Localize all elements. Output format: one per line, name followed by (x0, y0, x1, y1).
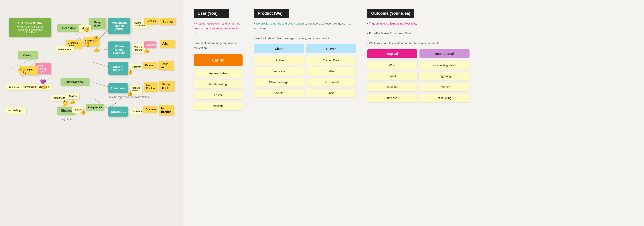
outcome-sub-row-1: Wow Connecting ideas (367, 61, 470, 72)
card-lucid: Lucid (306, 89, 356, 97)
product-header: Product (We) (254, 9, 289, 18)
emoji-thumbs-5: 👍 (41, 84, 47, 89)
card-magical: Magical (367, 49, 417, 58)
svg-line-2 (94, 62, 109, 67)
outcome-sub-row-2: Smart Triggering (367, 72, 470, 83)
card-foster: Foster (194, 91, 242, 99)
node-better-you: BetterYou (158, 61, 174, 70)
card-caring: Caring (194, 54, 242, 66)
card-stimulating: stimulating (420, 94, 470, 102)
outcome-sub-row-3: actualize Enhance (367, 83, 470, 94)
emoji-thumbs-6: 👍 (70, 99, 76, 104)
product-main-cards: Clear Clever (254, 44, 356, 56)
node-oneness: Oneness (143, 106, 157, 113)
node-incubating: incubating (6, 107, 26, 114)
node-where-magic: Where MagicHappens (108, 42, 130, 58)
outcome-main-cards: Magical Inspirational (367, 49, 470, 61)
left-panel: The ProtoPie Way What would be the best … (0, 0, 182, 226)
card-approachable: Approachable (194, 69, 242, 78)
node-reveal: Reveal (143, 62, 157, 69)
card-actualize: actualize (367, 83, 417, 91)
node-borderless: Borderless (51, 95, 68, 101)
product-sub-row-4: smooth Lucid (254, 89, 356, 100)
card-clever: Clever (306, 44, 356, 53)
card-smart: Smart (367, 72, 417, 80)
subtitle-text: What would be the best keywords that des… (13, 26, 47, 34)
node-smart-clever: Smart?Clever? (108, 62, 128, 75)
emoji-thumbs-4: 👍 (17, 66, 23, 72)
emoji-thumbs-2: 👍 (84, 41, 90, 47)
node-make-it-happen: Make itHappen (132, 44, 145, 53)
node-enlightened: Enlightened (86, 104, 104, 111)
node-inspirational: Inspirational (60, 78, 90, 86)
user-header: User (You) (194, 9, 229, 18)
card-friction-free: Friction Free (306, 56, 356, 65)
node-magical: magical (144, 42, 156, 48)
product-sub-row-1: Intuitive Friction Free (254, 56, 356, 67)
svg-line-3 (94, 82, 109, 87)
node-caring: Caring (18, 51, 38, 59)
card-connecting-ideas: Connecting ideas (420, 61, 470, 70)
emoji-thumbs-7: 👍 (80, 109, 86, 115)
title-box: The ProtoPie Way What would be the best … (9, 18, 51, 37)
node-coherent: Coherent (130, 108, 142, 115)
outcome-bullets: • Triggering idea, Expanding Possibility… (367, 21, 470, 46)
outcome-sub-row-4: unleash stimulating (367, 94, 470, 105)
card-reflect: Reflect (306, 67, 356, 76)
node-adventurous: adventurous (56, 46, 74, 53)
node-zero-friction: ZeroFriction (144, 82, 158, 92)
right-panel: User (You) • what our users want and wha… (182, 0, 644, 226)
card-clear-message: Clear message (254, 78, 304, 87)
card-clear: Clear (254, 44, 304, 53)
card-smooth: smooth (254, 89, 304, 97)
product-sub-row-3: Clear message Transparent (254, 78, 356, 89)
node-deep-dive: Deep dive (58, 24, 81, 32)
emoji-thumbs-1: 👍 (84, 26, 90, 32)
outcome-column: Outcome (Your idea) • Triggering idea, E… (367, 9, 470, 113)
node-seamless: Seamless (108, 107, 128, 117)
emoji-thumbs-9: 👍 (144, 48, 150, 54)
emoji-thumbs-8: 👍 (127, 69, 133, 75)
node-pathfinder: Pathfinder (6, 84, 22, 91)
title-text: The ProtoPie Way (13, 21, 47, 24)
card-incubate: Incubate (194, 102, 242, 110)
key-blocks-label: key blocks (62, 118, 72, 121)
card-wow: Wow (367, 61, 417, 70)
user-column: User (You) • what our users want and wha… (194, 9, 242, 113)
user-bullets: • what our users want and what they need… (194, 21, 242, 51)
card-unleash: unleash (367, 94, 417, 102)
node-no-barrier: Nobarrier (159, 105, 174, 115)
emoji-thinking: 🤔 (93, 36, 99, 42)
card-transparent: Transparent (306, 78, 356, 87)
card-intuitive: Intuitive (254, 56, 304, 65)
product-bullets: • We provide a gentle and solid support … (254, 21, 356, 41)
card-seamless: Seamless (254, 67, 304, 76)
node-transparent: Transparent (108, 83, 128, 93)
emoji-thumbs-3: 👍 (94, 47, 100, 53)
node-deep-diver: Deep diver (88, 18, 106, 30)
card-hand-holding: hand- holding (194, 80, 242, 89)
emoji-thinking-2: 🤔 (62, 100, 68, 106)
product-column: Product (We) • We provide a gentle and s… (254, 9, 356, 113)
card-inspirational: Inspirational (420, 49, 470, 58)
node-being-true: BeingTrue (159, 81, 174, 91)
outcome-header: Outcome (Your idea) (367, 9, 414, 18)
node-aha: Aha (160, 40, 175, 48)
product-sub-row-2: Seamless Reflect (254, 67, 356, 78)
card-triggering: Triggering (420, 72, 470, 80)
node-movement: Movement,Motion (TBD) (108, 18, 130, 34)
node-bouncy: Bouncy (160, 18, 175, 25)
node-realistic: Realistic (144, 18, 159, 25)
emoji-thumbs-10: 👍 (127, 91, 133, 96)
rp-section-main: User (You) • what our users want and wha… (194, 9, 633, 113)
card-enhance: Enhance (420, 83, 470, 91)
